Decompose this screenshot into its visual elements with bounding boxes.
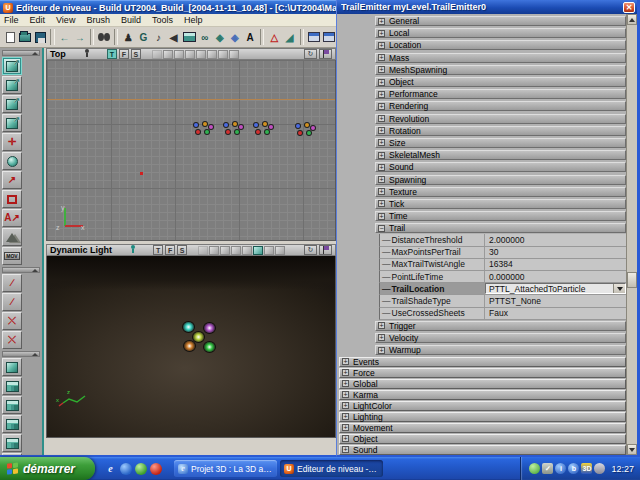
emitter-cluster[interactable] — [254, 122, 274, 135]
particle-sprite[interactable] — [193, 332, 204, 342]
emitter-cluster[interactable] — [296, 123, 316, 136]
rendermode-cube-icon[interactable] — [218, 50, 228, 59]
scale-uniform-tool[interactable] — [2, 152, 22, 170]
viewmode-s-button[interactable]: S — [131, 49, 141, 59]
taskbar-task-button[interactable]: UEditeur de niveau - B... — [280, 460, 383, 477]
ie-quicklaunch-icon[interactable]: e — [104, 462, 117, 475]
property-value[interactable]: 0.000000 — [485, 271, 626, 282]
menu-brush[interactable]: Brush — [86, 15, 110, 25]
update-tray-icon[interactable]: ✓ — [542, 463, 553, 474]
sidebar-section-clipping[interactable] — [2, 267, 40, 273]
property-group-general[interactable]: +General — [337, 15, 626, 27]
sidebar-section-builders[interactable] — [2, 351, 40, 357]
app-quicklaunch-icon[interactable] — [150, 463, 162, 475]
viewmode-t-button[interactable]: T — [153, 245, 163, 255]
undo-icon[interactable]: ← — [58, 29, 72, 46]
group-browser-icon[interactable]: G — [136, 29, 150, 46]
rendermode-cube-icon[interactable] — [253, 246, 263, 255]
info-tray-icon[interactable]: i — [555, 463, 566, 474]
expand-icon[interactable]: + — [342, 402, 349, 409]
actor-rotate-tool[interactable]: ↗ — [2, 114, 22, 132]
search-actors-icon[interactable] — [97, 29, 111, 46]
object-transform-tool[interactable]: ↗ — [2, 76, 22, 94]
3d-app-tray-icon[interactable]: 3D — [581, 463, 592, 474]
value-combo[interactable]: PTTL_AttachedToParticle — [485, 283, 626, 294]
property-row-maxtrailtwistangle[interactable]: MaxTrailTwistAngle16384 — [337, 259, 626, 271]
texture-browser-icon[interactable] — [182, 29, 197, 46]
expand-icon[interactable]: + — [342, 391, 349, 398]
property-group-location[interactable]: +Location — [337, 39, 626, 51]
property-value[interactable]: 16384 — [485, 259, 626, 270]
linear-staircase-builder[interactable] — [2, 396, 22, 414]
category-events[interactable]: +Events — [337, 356, 626, 367]
sidebar-section-modes[interactable] — [2, 50, 40, 56]
menu-view[interactable]: View — [56, 15, 75, 25]
scroll-down-icon[interactable] — [627, 444, 637, 455]
property-group-sound[interactable]: +Sound — [337, 161, 626, 173]
actor-class-browser-icon[interactable]: ♟ — [121, 29, 135, 46]
rendermode-cube-icon[interactable] — [152, 50, 162, 59]
expand-icon[interactable]: + — [378, 164, 385, 171]
property-group-rotation[interactable]: +Rotation — [337, 125, 626, 137]
rendermode-cube-icon[interactable] — [198, 246, 208, 255]
expand-icon[interactable]: + — [342, 424, 349, 431]
expand-icon[interactable]: + — [378, 213, 385, 220]
cube-builder[interactable] — [2, 358, 22, 376]
expand-icon[interactable]: + — [378, 115, 385, 122]
properties-scrollbar[interactable] — [626, 14, 637, 455]
category-sound[interactable]: +Sound — [337, 444, 626, 455]
menu-help[interactable]: Help — [184, 15, 203, 25]
new-map-icon[interactable] — [3, 29, 17, 46]
rendermode-cube-icon[interactable] — [163, 50, 173, 59]
expand-icon[interactable]: + — [342, 413, 349, 420]
emitter-cluster[interactable] — [194, 122, 214, 135]
close-icon[interactable]: ✕ — [623, 2, 635, 13]
expand-icon[interactable]: + — [342, 380, 349, 387]
level-flag-icon[interactable] — [319, 245, 332, 255]
freehand-clip-tool[interactable]: ∕ — [2, 274, 22, 292]
polygon-edit-tool[interactable] — [2, 190, 22, 208]
level-flag-icon[interactable] — [319, 49, 332, 59]
viewmode-s-button[interactable]: S — [177, 245, 187, 255]
property-row-distancethreshold[interactable]: DistanceThreshold2.000000 — [337, 234, 626, 246]
property-value[interactable]: 30 — [485, 247, 626, 258]
rendermode-cube-icon[interactable] — [209, 246, 219, 255]
rendermode-cube-icon[interactable] — [275, 246, 285, 255]
bluetooth-tray-icon[interactable]: b — [568, 463, 579, 474]
property-row-maxpointspertrail[interactable]: MaxPointsPerTrail30 — [337, 247, 626, 259]
expand-icon[interactable]: + — [342, 435, 349, 442]
start-button[interactable]: démarrer — [0, 457, 95, 480]
expand-icon[interactable]: + — [378, 127, 385, 134]
particle-sprite[interactable] — [204, 323, 215, 333]
expand-icon[interactable]: + — [342, 446, 349, 453]
menu-file[interactable]: File — [4, 15, 19, 25]
rendermode-cube-icon[interactable] — [174, 50, 184, 59]
viewmode-f-button[interactable]: F — [119, 49, 129, 59]
expand-icon[interactable]: + — [378, 91, 385, 98]
ui-panel2-icon[interactable] — [322, 29, 336, 46]
vertex-snap-tool[interactable]: ⤬ — [2, 312, 22, 330]
property-group-skeletalmesh[interactable]: +SkeletalMesh — [337, 149, 626, 161]
chevron-down-icon[interactable] — [613, 284, 625, 293]
transform-permanently-tool[interactable]: ↗ — [2, 171, 22, 189]
property-row-pointlifetime[interactable]: PointLifeTime0.000000 — [337, 271, 626, 283]
property-group-rendering[interactable]: +Rendering — [337, 100, 626, 112]
property-group-spawning[interactable]: +Spawning — [337, 173, 626, 185]
category-lighting[interactable]: +Lighting — [337, 411, 626, 422]
category-object[interactable]: +Object — [337, 433, 626, 444]
expand-icon[interactable]: + — [378, 347, 385, 354]
menu-tools[interactable]: Tools — [152, 15, 173, 25]
property-group-object[interactable]: +Object — [337, 76, 626, 88]
actor-joystick-icon[interactable] — [128, 245, 137, 255]
actor-joystick-icon[interactable] — [82, 49, 91, 59]
messenger-tray-icon[interactable] — [529, 463, 540, 474]
category-force[interactable]: +Force — [337, 367, 626, 378]
mesh-browser-icon[interactable]: ∞ — [198, 29, 212, 46]
expand-icon[interactable]: + — [378, 30, 385, 37]
property-value[interactable]: PTTST_None — [485, 295, 626, 306]
vertex-delete-tool[interactable]: ⤬ — [2, 331, 22, 349]
browser-quicklaunch-icon[interactable] — [120, 463, 132, 475]
rendermode-cube-icon[interactable] — [207, 50, 217, 59]
property-group-local[interactable]: +Local — [337, 27, 626, 39]
camera-movement-tool[interactable]: ↗ — [2, 57, 22, 75]
